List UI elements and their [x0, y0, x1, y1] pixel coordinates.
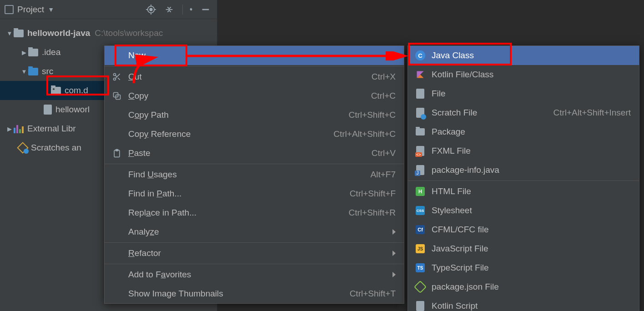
submenu-package[interactable]: Package — [408, 122, 639, 141]
svg-line-12 — [116, 75, 117, 77]
menu-label: Kotlin File/Class — [432, 70, 493, 80]
css-icon: CSS — [414, 206, 426, 215]
submenu-package-info[interactable]: package-info.java — [408, 161, 639, 180]
submenu-javascript[interactable]: JS JavaScript File — [408, 239, 639, 258]
project-name: helloworld-java — [27, 28, 90, 38]
scratch-file-icon — [414, 108, 426, 118]
settings-icon[interactable] — [182, 5, 192, 15]
menu-label: Cut — [128, 72, 142, 82]
panel-icon — [5, 5, 14, 14]
menu-shortcut: Ctrl+Shift+R — [349, 208, 396, 218]
libraries-icon — [14, 124, 24, 133]
submenu-cfml[interactable]: Cf CFML/CFC file — [408, 220, 639, 239]
menu-refactor[interactable]: Refactor — [105, 244, 404, 263]
menu-label: Copy Reference — [128, 129, 191, 139]
svg-rect-16 — [116, 150, 118, 151]
menu-label: Java Class — [432, 50, 474, 60]
panel-title[interactable]: Project — [17, 5, 44, 15]
menu-separator — [105, 66, 404, 66]
svg-point-1 — [150, 8, 152, 11]
menu-label: HTML File — [432, 186, 471, 196]
menu-find-in-path[interactable]: Find in Path... Ctrl+Shift+F — [105, 184, 404, 203]
menu-shortcut: Ctrl+V — [372, 148, 396, 158]
fxml-icon — [414, 146, 426, 156]
file-icon — [414, 89, 426, 99]
cfml-icon: Cf — [414, 225, 426, 234]
menu-separator — [408, 181, 639, 181]
expand-arrow-icon[interactable]: ▼ — [20, 68, 28, 75]
menu-label: Find Usages — [128, 170, 177, 180]
svg-point-9 — [114, 78, 116, 80]
submenu-html-file[interactable]: H HTML File — [408, 182, 639, 201]
submenu-scratch-file[interactable]: Scratch File Ctrl+Alt+Shift+Insert — [408, 103, 639, 122]
menu-analyze[interactable]: Analyze — [105, 222, 404, 241]
submenu-package-json[interactable]: package.json File — [408, 277, 639, 296]
tree-project-root[interactable]: ▼ helloworld-java C:\tools\workspac — [0, 24, 217, 43]
menu-label: Kotlin Script — [432, 301, 478, 311]
submenu-fxml[interactable]: FXML File — [408, 141, 639, 161]
submenu-kotlin[interactable]: Kotlin File/Class — [408, 65, 639, 84]
menu-label: Copy — [128, 91, 148, 101]
menu-label: Scratch File — [432, 108, 477, 118]
expand-arrow-icon[interactable]: ▶ — [5, 125, 14, 132]
menu-label: Show Image Thumbnails — [128, 289, 223, 299]
file-label: helloworl — [55, 105, 90, 115]
submenu-file[interactable]: File — [408, 84, 639, 103]
submenu-kotlin-script[interactable]: Kotlin Script — [408, 296, 639, 311]
menu-separator — [105, 242, 404, 243]
menu-label: TypeScript File — [432, 263, 489, 273]
source-folder-icon — [28, 68, 38, 75]
cut-icon — [111, 72, 123, 81]
submenu-arrow-icon — [392, 251, 396, 256]
nodejs-icon — [414, 282, 426, 291]
menu-shortcut: Ctrl+Shift+C — [349, 110, 396, 120]
package-info-icon — [414, 165, 426, 175]
menu-add-favorites[interactable]: Add to Favorites — [105, 265, 404, 284]
menu-label: package-info.java — [432, 165, 499, 175]
scratches-icon — [18, 143, 27, 152]
submenu-stylesheet[interactable]: CSS Stylesheet — [408, 201, 639, 220]
menu-shortcut: Ctrl+Shift+F — [350, 189, 396, 199]
menu-show-thumbnails[interactable]: Show Image Thumbnails Ctrl+Shift+T — [105, 284, 404, 303]
menu-shortcut: Alt+F7 — [371, 170, 396, 180]
java-class-icon: C — [414, 50, 426, 60]
package-label: com.d — [65, 85, 88, 95]
menu-copy-reference[interactable]: Copy Reference Ctrl+Alt+Shift+C — [105, 125, 404, 144]
menu-shortcut: Ctrl+Shift+T — [350, 289, 396, 299]
minimize-icon[interactable] — [201, 5, 211, 15]
menu-shortcut: Ctrl+C — [371, 91, 396, 101]
menu-copy[interactable]: Copy Ctrl+C — [105, 86, 404, 105]
java-file-icon — [44, 105, 52, 115]
svg-line-11 — [118, 78, 120, 80]
context-menu: New Cut Ctrl+X Copy Ctrl+C Copy Path Ctr… — [104, 45, 404, 304]
target-icon[interactable] — [146, 5, 156, 15]
submenu-java-class[interactable]: C Java Class — [408, 46, 639, 65]
expand-arrow-icon[interactable]: ▶ — [20, 49, 28, 56]
submenu-typescript[interactable]: TS TypeScript File — [408, 258, 639, 277]
javascript-icon: JS — [414, 244, 426, 253]
menu-shortcut: Ctrl+X — [372, 72, 396, 82]
scratches-label: Scratches an — [31, 143, 81, 153]
menu-label: Stylesheet — [432, 206, 472, 216]
html-icon: H — [414, 187, 426, 196]
menu-label: JavaScript File — [432, 244, 488, 254]
kotlin-icon — [414, 70, 426, 79]
menu-cut[interactable]: Cut Ctrl+X — [105, 67, 404, 86]
dropdown-arrow-icon[interactable]: ▼ — [48, 6, 54, 13]
menu-shortcut: Ctrl+Alt+Shift+Insert — [553, 108, 631, 118]
menu-paste[interactable]: Paste Ctrl+V — [105, 144, 404, 163]
menu-label: File — [432, 89, 446, 99]
folder-label: .idea — [42, 47, 60, 57]
copy-icon — [111, 91, 123, 100]
module-icon — [14, 30, 24, 37]
submenu-arrow-icon — [392, 53, 396, 58]
menu-shortcut: Ctrl+Alt+Shift+C — [333, 129, 396, 139]
expand-arrow-icon[interactable]: ▼ — [5, 30, 14, 37]
menu-copy-path[interactable]: Copy Path Ctrl+Shift+C — [105, 105, 404, 125]
menu-label: Copy Path — [128, 110, 169, 120]
menu-replace-in-path[interactable]: Replace in Path... Ctrl+Shift+R — [105, 203, 404, 222]
collapse-icon[interactable] — [164, 5, 174, 15]
menu-new[interactable]: New — [105, 46, 404, 65]
new-submenu: C Java Class Kotlin File/Class File Scra… — [408, 45, 639, 311]
menu-find-usages[interactable]: Find Usages Alt+F7 — [105, 165, 404, 184]
